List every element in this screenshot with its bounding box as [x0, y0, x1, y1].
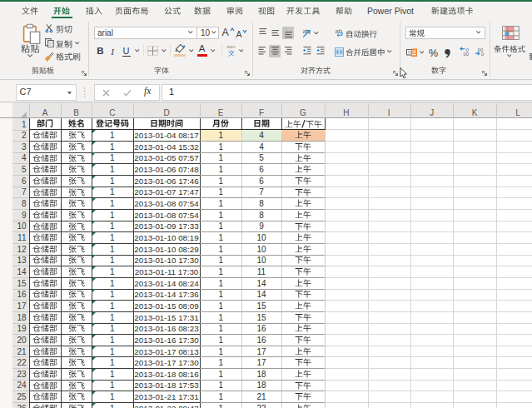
svg-text:00: 00 [463, 51, 469, 57]
svg-text:0: 0 [480, 51, 484, 57]
